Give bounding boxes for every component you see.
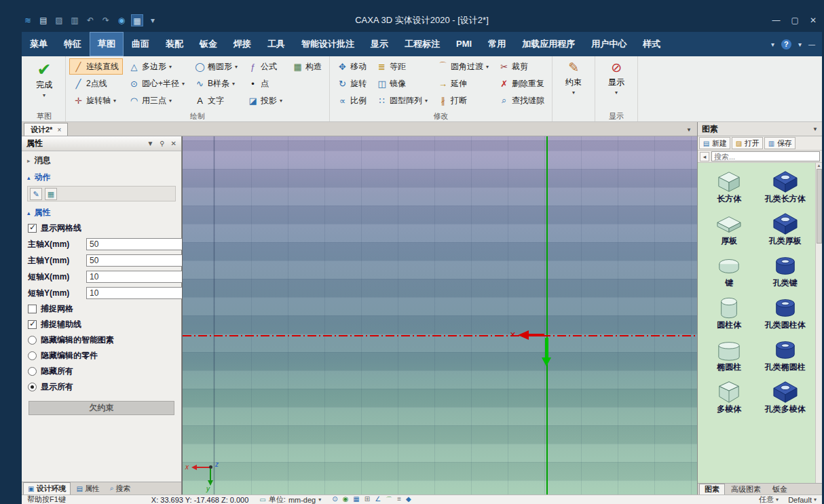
snap-intersection-icon[interactable]: ⊞ — [364, 495, 370, 504]
ribbon-button-construction[interactable]: ▦构造 — [288, 58, 326, 75]
ribbon-button-finish[interactable]: ✔完成▾ — [26, 58, 62, 98]
ribbon-tab-钣金[interactable]: 钣金 — [191, 32, 225, 56]
ribbon-tab-菜单[interactable]: 菜单 — [22, 32, 56, 56]
snap-point-icon[interactable]: ⊙ — [332, 495, 337, 504]
ribbon-button-find-gaps[interactable]: ⌕查找缝隙 — [495, 92, 548, 109]
library-item-孔类多棱体[interactable]: 孔类多棱体 — [758, 380, 813, 414]
ribbon-tab-工程标注[interactable]: 工程标注 — [396, 32, 448, 56]
document-tab[interactable]: 设计2* × — [24, 123, 68, 136]
ribbon-button-scale[interactable]: ∝比例 — [333, 92, 371, 109]
ribbon-tab-焊接[interactable]: 焊接 — [225, 32, 259, 56]
library-item-孔类长方体[interactable]: 孔类长方体 — [758, 170, 813, 203]
library-item-圆柱体[interactable]: 圆柱体 — [702, 296, 757, 330]
snap-diamond-icon[interactable]: ◆ — [406, 495, 411, 504]
maximize-button[interactable]: ▢ — [791, 16, 799, 25]
edit-sketch-button[interactable]: ✎ — [30, 188, 42, 200]
new-file-icon[interactable]: ▤ — [37, 14, 50, 26]
ribbon-button-point[interactable]: •点 — [244, 75, 286, 92]
library-item-椭圆柱[interactable]: 椭圆柱 — [702, 338, 757, 372]
ribbon-button-extend[interactable]: →延伸 — [434, 75, 493, 92]
hide-all-radio[interactable] — [28, 367, 37, 376]
library-search-input[interactable] — [711, 151, 820, 161]
ribbon-button-text[interactable]: A文字 — [191, 92, 242, 109]
redo-icon[interactable]: ↷ — [100, 14, 112, 26]
qat-more-caret[interactable]: ▾ — [147, 14, 159, 26]
ribbon-more-caret[interactable]: ▾ — [798, 41, 802, 48]
ribbon-tab-装配[interactable]: 装配 — [157, 32, 191, 56]
close-button[interactable]: ✕ — [810, 16, 817, 25]
panel-tab-搜索[interactable]: ⌕搜索 — [105, 482, 136, 495]
ribbon-button-display[interactable]: ⊘显示▾ — [599, 58, 634, 96]
undo-icon[interactable]: ↶ — [84, 14, 96, 26]
ribbon-button-rotate[interactable]: ↻旋转 — [333, 75, 371, 92]
ribbon-tab-智能设计批注[interactable]: 智能设计批注 — [293, 32, 362, 56]
library-tab-钣金[interactable]: 钣金 — [767, 484, 793, 495]
ribbon-button-trim[interactable]: ✂裁剪 — [495, 58, 548, 75]
ribbon-button-mirror[interactable]: ◫镜像 — [373, 75, 432, 92]
ribbon-tab-用户中心[interactable]: 用户中心 — [583, 32, 635, 56]
ribbon-button-constraint[interactable]: ✎约束▾ — [556, 58, 591, 96]
action-section-header[interactable]: ▴ 动作 — [22, 168, 181, 185]
minimize-button[interactable]: — — [772, 16, 781, 25]
style-dropdown[interactable]: Default ▾ — [788, 496, 817, 504]
ribbon-button-rotation-axis[interactable]: ✛旋转轴▾ — [69, 92, 123, 109]
ribbon-button-ellipse[interactable]: ◯椭圆形▾ — [191, 58, 242, 75]
library-item-长方体[interactable]: 长方体 — [702, 170, 757, 203]
document-tab-close-icon[interactable]: × — [57, 126, 61, 134]
units-caret-icon[interactable]: ▾ — [318, 497, 321, 503]
ribbon-button-offset[interactable]: ≣等距 — [373, 58, 432, 75]
library-tab-高级图素[interactable]: 高级图素 — [726, 484, 766, 495]
ribbon-button-circular-pattern[interactable]: ∷圆型阵列▾ — [373, 92, 432, 109]
save-library-button[interactable]: ▥保存 — [764, 137, 795, 149]
scrollbar-thumb[interactable] — [817, 169, 822, 244]
ribbon-button-formula[interactable]: ƒ公式 — [244, 58, 286, 75]
scroll-up-icon[interactable]: ▲ — [817, 163, 821, 169]
library-item-孔类椭圆柱[interactable]: 孔类椭圆柱 — [758, 338, 813, 372]
snap-angle-icon[interactable]: ∠ — [375, 495, 381, 504]
open-file-icon[interactable]: ▨ — [53, 14, 65, 26]
ribbon-button-move[interactable]: ✥移动 — [333, 58, 371, 75]
snap-arc-icon[interactable]: ⌒ — [386, 495, 392, 504]
panel-menu-caret-icon[interactable]: ▼ — [147, 140, 153, 147]
hide-edited-parts-radio[interactable] — [28, 351, 37, 360]
ribbon-tab-常用[interactable]: 常用 — [480, 32, 514, 56]
help-icon[interactable]: ? — [781, 39, 791, 50]
ribbon-button-arc-three-point[interactable]: ◠用三点▾ — [125, 92, 189, 109]
units-indicator[interactable]: ▭ 单位: mm-deg ▾ — [259, 495, 321, 504]
panel-tab-属性[interactable]: ▤属性 — [71, 482, 104, 495]
library-tab-图素[interactable]: 图素 — [699, 484, 725, 495]
library-panel-caret-icon[interactable]: ▼ — [812, 126, 818, 132]
new-library-button[interactable]: ▤新建 — [699, 137, 730, 149]
ribbon-tab-加载应用程序[interactable]: 加载应用程序 — [514, 32, 583, 56]
caxa-logo-icon[interactable]: ≋ — [22, 14, 34, 26]
snap-grid-checkbox[interactable] — [28, 305, 37, 313]
style-caret[interactable]: ▾ — [771, 41, 774, 48]
web-icon[interactable]: ◉ — [115, 14, 128, 26]
property-section-header[interactable]: ▴ 属性 — [22, 203, 181, 220]
underconstrained-button[interactable]: 欠约束 — [29, 401, 174, 415]
library-item-多棱体[interactable]: 多棱体 — [702, 380, 757, 414]
search-back-icon[interactable]: ◂ — [700, 152, 709, 161]
snap-parallel-icon[interactable]: ≡ — [397, 495, 401, 504]
snap-grid-toggle-icon[interactable]: ▦ — [131, 14, 143, 26]
snap-center-icon[interactable]: ◉ — [343, 495, 349, 504]
open-library-button[interactable]: ▨打开 — [732, 137, 763, 149]
panel-tab-设计环境[interactable]: ▣设计环境 — [23, 482, 71, 495]
red-arrow-left-icon[interactable] — [518, 330, 529, 340]
library-item-孔类圆柱体[interactable]: 孔类圆柱体 — [758, 296, 813, 330]
ribbon-button-break[interactable]: ∦打断 — [434, 92, 493, 109]
sketch-canvas[interactable]: ✕ x z y — [182, 136, 697, 495]
snap-mode-dropdown[interactable]: 任意 ▾ — [759, 495, 779, 504]
panel-close-icon[interactable]: ✕ — [171, 140, 176, 147]
library-scrollbar[interactable]: ▲ — [815, 163, 822, 483]
ribbon-tab-工具[interactable]: 工具 — [259, 32, 293, 56]
show-all-radio[interactable] — [28, 383, 37, 391]
panel-pin-icon[interactable]: ⚲ — [160, 140, 164, 147]
ribbon-button-continuous-line[interactable]: ╱连续直线 — [69, 58, 123, 75]
ribbon-button-fillet[interactable]: ⌒圆角过渡▾ — [434, 58, 493, 75]
ribbon-button-delete-duplicates[interactable]: ✗删除重复 — [495, 75, 548, 92]
ribbon-button-polygon[interactable]: △多边形▾ — [125, 58, 189, 75]
library-item-孔类键[interactable]: 孔类键 — [758, 254, 813, 288]
ribbon-tab-显示[interactable]: 显示 — [362, 32, 396, 56]
ribbon-button-two-point-line[interactable]: ╱2点线 — [69, 75, 123, 92]
